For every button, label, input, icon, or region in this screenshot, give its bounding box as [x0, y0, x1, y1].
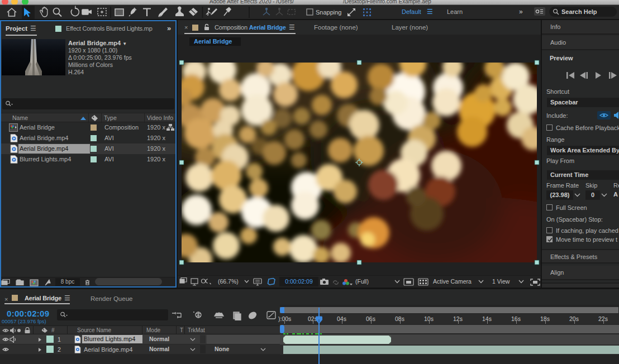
svg-text:Snapping: Snapping	[316, 9, 342, 16]
svg-text:(66.7%): (66.7%)	[218, 278, 239, 285]
